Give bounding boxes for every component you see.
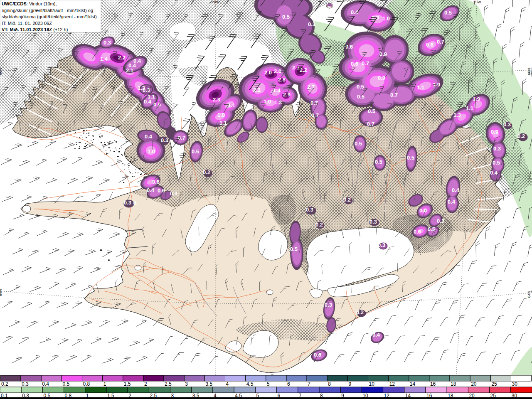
- svg-text:64N: 64N: [527, 291, 531, 298]
- svg-text:3.5: 3.5: [205, 381, 212, 387]
- svg-text:6: 6: [287, 381, 290, 387]
- svg-text:1: 1: [103, 381, 106, 387]
- svg-text:2.3: 2.3: [213, 96, 220, 103]
- svg-text:1.1: 1.1: [466, 105, 473, 111]
- svg-text:16: 16: [430, 381, 436, 387]
- svg-text:2.0: 2.0: [274, 68, 281, 74]
- svg-text:10: 10: [369, 381, 375, 387]
- svg-text:4: 4: [226, 381, 229, 387]
- svg-text:0.5: 0.5: [282, 14, 290, 20]
- svg-text:2.7: 2.7: [307, 84, 315, 90]
- svg-text:0.6: 0.6: [419, 207, 427, 214]
- svg-text:0.3: 0.3: [437, 218, 444, 224]
- svg-text:0.3: 0.3: [493, 145, 501, 152]
- svg-text:1.0: 1.0: [382, 15, 390, 22]
- svg-text:66N: 66N: [527, 68, 531, 75]
- svg-text:0.3: 0.3: [369, 219, 377, 225]
- svg-text:0.4: 0.4: [372, 332, 380, 338]
- svg-text:0.3: 0.3: [124, 200, 131, 206]
- svg-text:0.4: 0.4: [452, 187, 460, 193]
- svg-text:1.1: 1.1: [219, 120, 227, 126]
- svg-text:0.5: 0.5: [407, 155, 414, 161]
- svg-text:2.0: 2.0: [264, 69, 272, 76]
- svg-text:0.2: 0.2: [1, 381, 8, 387]
- svg-text:0.9: 0.9: [491, 129, 498, 135]
- svg-text:0.3: 0.3: [306, 207, 313, 213]
- svg-text:0.3: 0.3: [103, 39, 111, 46]
- svg-text:0.6: 0.6: [152, 179, 160, 185]
- svg-text:0.7: 0.7: [367, 121, 374, 127]
- svg-text:0.2: 0.2: [343, 197, 351, 203]
- svg-text:1.3: 1.3: [274, 99, 282, 106]
- svg-text:8: 8: [328, 381, 331, 387]
- svg-text:0.5: 0.5: [357, 84, 364, 90]
- svg-text:0.4: 0.4: [490, 170, 498, 176]
- svg-text:slydda/snjókoma (grátt/bleikt/: slydda/snjókoma (grátt/bleikt/grænt - mm…: [2, 14, 97, 19]
- svg-text:0.: 0.: [133, 200, 138, 206]
- svg-text:0.3: 0.3: [22, 381, 29, 387]
- svg-text:1.3: 1.3: [453, 112, 461, 118]
- svg-text:2.9: 2.9: [283, 91, 291, 98]
- svg-text:25: 25: [491, 381, 497, 387]
- svg-text:5: 5: [267, 381, 270, 387]
- svg-text:0.7: 0.7: [390, 92, 398, 98]
- svg-text:0.5: 0.5: [62, 381, 69, 387]
- svg-text:UWC/ECDS: Vindur (10m),: UWC/ECDS: Vindur (10m),: [2, 1, 57, 6]
- svg-text:2.8: 2.8: [278, 76, 286, 83]
- svg-text:0.5: 0.5: [153, 101, 161, 108]
- svg-text:3: 3: [185, 381, 188, 387]
- svg-text:0.9: 0.9: [378, 75, 385, 81]
- svg-text:0.4: 0.4: [128, 62, 136, 69]
- svg-text:0.3: 0.3: [308, 21, 315, 27]
- svg-text:0.7: 0.7: [437, 39, 444, 45]
- svg-text:1.5: 1.5: [124, 381, 131, 387]
- svg-text:0.5: 0.5: [428, 226, 435, 232]
- svg-text:0.3: 0.3: [378, 242, 385, 248]
- svg-text:0.4: 0.4: [145, 133, 153, 140]
- svg-text:18: 18: [451, 381, 456, 387]
- svg-text:2.1: 2.1: [292, 64, 300, 71]
- svg-text:0.6: 0.6: [351, 61, 358, 67]
- svg-text:0.5: 0.5: [357, 94, 365, 100]
- svg-text:1.1: 1.1: [417, 84, 424, 91]
- svg-text:2.2: 2.2: [118, 54, 126, 61]
- svg-text:20: 20: [471, 381, 477, 387]
- svg-text:0.5: 0.5: [192, 148, 199, 155]
- svg-text:0.7: 0.7: [362, 60, 369, 66]
- svg-text:0.4: 0.4: [448, 199, 456, 205]
- svg-text:VT: Mið. 11.01.2023 18Z (+12 h: VT: Mið. 11.01.2023 18Z (+12 h): [2, 27, 68, 32]
- svg-text:1.0: 1.0: [473, 96, 480, 102]
- svg-text:0.3: 0.3: [325, 302, 332, 308]
- svg-text:64N: 64N: [0, 289, 2, 296]
- svg-text:0.3: 0.3: [503, 121, 511, 128]
- svg-text:0.6: 0.6: [158, 187, 165, 194]
- svg-text:0.8: 0.8: [83, 381, 90, 387]
- svg-text:1.4: 1.4: [100, 56, 108, 62]
- svg-text:0.5: 0.5: [290, 246, 298, 252]
- svg-text:0.7: 0.7: [178, 135, 185, 141]
- svg-text:66N: 66N: [0, 68, 2, 75]
- svg-text:7: 7: [308, 381, 310, 387]
- svg-text:0.4: 0.4: [147, 187, 155, 193]
- svg-text:0.4: 0.4: [144, 99, 152, 105]
- svg-text:0.3: 0.3: [323, 5, 331, 11]
- svg-text:9: 9: [348, 381, 351, 387]
- svg-text:0.2: 0.2: [315, 222, 323, 228]
- svg-text:0.2: 0.2: [356, 309, 364, 315]
- svg-text:0.3: 0.3: [170, 190, 177, 197]
- svg-text:0.2: 0.2: [203, 169, 210, 175]
- svg-text:0.4: 0.4: [42, 381, 49, 387]
- svg-text:0.5: 0.5: [444, 10, 452, 16]
- svg-text:20W: 20W: [212, 0, 220, 4]
- svg-text:0.6: 0.6: [414, 229, 421, 235]
- svg-text:1.1: 1.1: [228, 102, 235, 108]
- svg-text:12: 12: [389, 381, 395, 387]
- svg-text:0.6: 0.6: [345, 44, 353, 50]
- svg-text:14: 14: [410, 381, 416, 387]
- svg-text:0.6: 0.6: [426, 42, 433, 48]
- svg-text:0.5: 0.5: [355, 140, 362, 147]
- svg-text:0.3: 0.3: [161, 137, 168, 143]
- svg-text:0.5: 0.5: [493, 160, 500, 166]
- svg-text:rigning/skúrir (grænt/blátt/ra: rigning/skúrir (grænt/blátt/rautt - mm/1…: [2, 8, 93, 13]
- svg-text:4.5: 4.5: [246, 381, 254, 387]
